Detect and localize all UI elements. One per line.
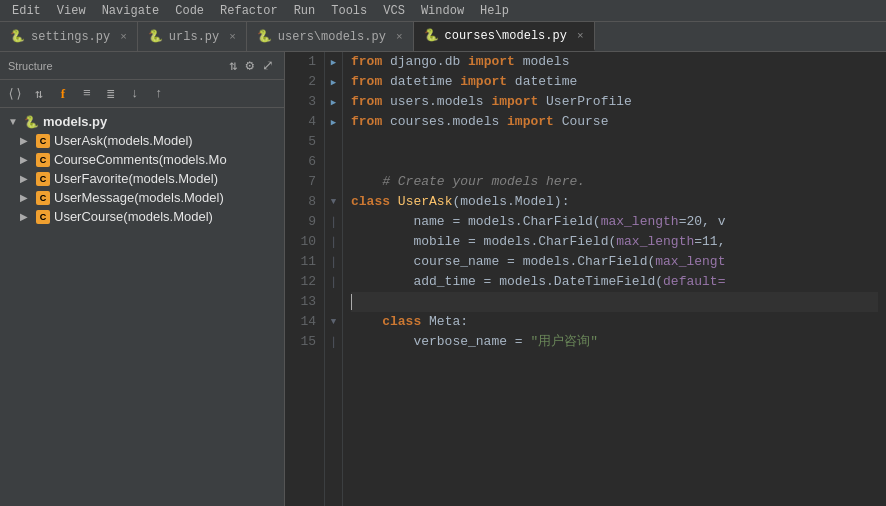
token-classname-8: UserAsk (398, 192, 453, 212)
token-class-8: class (351, 192, 390, 212)
tab-bar: 🐍 settings.py × 🐍 urls.py × 🐍 users\mode… (0, 22, 886, 52)
tree-item-userfavorite[interactable]: ▶ C UserFavorite(models.Model) (0, 169, 284, 188)
token-4c: Course (554, 112, 609, 132)
sidebar-icon-group: ⇅ ⚙ ⤢ (227, 55, 276, 76)
tree-root-models[interactable]: ▼ 🐍 models.py (0, 112, 284, 131)
sort-alpha-btn[interactable]: ⟨⟩ (4, 83, 26, 105)
code-line-4: from courses.models import Course (351, 112, 878, 132)
tab-courses-models-label: courses\models.py (445, 29, 567, 43)
tab-users-models-close[interactable]: × (396, 31, 403, 43)
python-file-icon: 🐍 (257, 29, 272, 44)
scroll-from-source-btn[interactable]: ↓ (124, 83, 146, 105)
expand-all-btn[interactable]: ≡ (76, 83, 98, 105)
code-line-13 (351, 292, 878, 312)
sort-icon[interactable]: ⇅ (227, 55, 239, 76)
token-3b: users.models (382, 92, 491, 112)
token-param-10: max_length (616, 232, 694, 252)
chevron-right-icon: ▶ (20, 154, 32, 165)
gutter-6 (325, 152, 342, 172)
token-8b (390, 192, 398, 212)
tree-item-coursecomments-label: CourseComments(models.Mo (54, 152, 227, 167)
gutter-4: ▶ (325, 112, 342, 132)
gutter-11: │ (325, 252, 342, 272)
menu-vcs[interactable]: VCS (375, 0, 413, 21)
gutter-12: │ (325, 272, 342, 292)
token-import-2: import (460, 72, 507, 92)
token-from-1: from (351, 52, 382, 72)
code-content[interactable]: from django.db import models from dateti… (343, 52, 886, 506)
code-line-1: from django.db import models (351, 52, 878, 72)
tab-settings-label: settings.py (31, 30, 110, 44)
sidebar: Structure ⇅ ⚙ ⤢ ⟨⟩ ⇅ f ≡ ≣ ↓ ↑ ▼ 🐍 (0, 52, 285, 506)
tree-item-userask[interactable]: ▶ C UserAsk(models.Model) (0, 131, 284, 150)
tree-item-usercourse[interactable]: ▶ C UserCourse(models.Model) (0, 207, 284, 226)
tree-item-usermessage-label: UserMessage(models.Model) (54, 190, 224, 205)
tab-urls-close[interactable]: × (229, 31, 236, 43)
tree-item-usermessage[interactable]: ▶ C UserMessage(models.Model) (0, 188, 284, 207)
tab-users-models[interactable]: 🐍 users\models.py × (247, 22, 414, 51)
tab-settings-close[interactable]: × (120, 31, 127, 43)
line-numbers: 1 2 3 4 5 6 7 8 9 10 11 12 13 14 15 (285, 52, 325, 506)
code-line-9: name = models.CharField(max_length=20, v (351, 212, 878, 232)
menu-view[interactable]: View (49, 0, 94, 21)
tab-urls[interactable]: 🐍 urls.py × (138, 22, 247, 51)
gutter-10: │ (325, 232, 342, 252)
settings-icon[interactable]: ⚙ (244, 55, 256, 76)
menu-run[interactable]: Run (286, 0, 324, 21)
tree-root-label: models.py (43, 114, 107, 129)
gutter-14: ▼ (325, 312, 342, 332)
token-1c: models (515, 52, 570, 72)
token-1b: django.db (382, 52, 468, 72)
tree-item-userfavorite-label: UserFavorite(models.Model) (54, 171, 218, 186)
gutter-13 (325, 292, 342, 312)
token-from-4: from (351, 112, 382, 132)
menu-navigate[interactable]: Navigate (94, 0, 168, 21)
token-param-9: max_length (601, 212, 679, 232)
chevron-right-icon: ▶ (20, 192, 32, 203)
menu-code[interactable]: Code (167, 0, 212, 21)
python-file-icon: 🐍 (424, 28, 439, 43)
token-9a: name = models.CharField( (351, 212, 601, 232)
gutter-5 (325, 132, 342, 152)
chevron-right-icon: ▶ (20, 173, 32, 184)
class-icon-c: C (36, 191, 50, 205)
menu-tools[interactable]: Tools (323, 0, 375, 21)
text-cursor (351, 294, 352, 310)
collapse-all-btn[interactable]: ≣ (100, 83, 122, 105)
python-file-icon: 🐍 (10, 29, 25, 44)
token-10a: mobile = models.CharField( (351, 232, 616, 252)
menu-edit[interactable]: Edit (4, 0, 49, 21)
menu-refactor[interactable]: Refactor (212, 0, 286, 21)
tab-courses-models-close[interactable]: × (577, 30, 584, 42)
menu-bar: Edit View Navigate Code Refactor Run Too… (0, 0, 886, 22)
code-line-6 (351, 152, 878, 172)
token-from-3: from (351, 92, 382, 112)
tab-courses-models[interactable]: 🐍 courses\models.py × (414, 22, 595, 51)
sidebar-toolbar: ⟨⟩ ⇅ f ≡ ≣ ↓ ↑ (0, 80, 284, 108)
token-9b: =20, v (679, 212, 726, 232)
tree-item-coursecomments[interactable]: ▶ C CourseComments(models.Mo (0, 150, 284, 169)
expand-icon[interactable]: ⤢ (260, 55, 276, 76)
token-11a: course_name = models.CharField( (351, 252, 655, 272)
code-view[interactable]: 1 2 3 4 5 6 7 8 9 10 11 12 13 14 15 (285, 52, 886, 506)
code-line-15: verbose_name = "用户咨询" (351, 332, 878, 352)
token-15a: verbose_name = (351, 332, 530, 352)
gutter-2: ▶ (325, 72, 342, 92)
filter-fields-btn[interactable]: f (52, 83, 74, 105)
menu-help[interactable]: Help (472, 0, 517, 21)
token-from-2: from (351, 72, 382, 92)
sort-type-btn[interactable]: ⇅ (28, 83, 50, 105)
autoscroll-btn[interactable]: ↑ (148, 83, 170, 105)
token-2b: datetime (382, 72, 460, 92)
tab-settings[interactable]: 🐍 settings.py × (0, 22, 138, 51)
gutter-7 (325, 172, 342, 192)
editor-area[interactable]: 1 2 3 4 5 6 7 8 9 10 11 12 13 14 15 (285, 52, 886, 506)
menu-window[interactable]: Window (413, 0, 472, 21)
token-14a (351, 312, 382, 332)
class-icon-c: C (36, 134, 50, 148)
sidebar-header: Structure ⇅ ⚙ ⤢ (0, 52, 284, 80)
code-line-3: from users.models import UserProfile (351, 92, 878, 112)
token-param-12: default= (663, 272, 725, 292)
token-import-3: import (491, 92, 538, 112)
token-comment-7: # Create your models here. (351, 172, 585, 192)
